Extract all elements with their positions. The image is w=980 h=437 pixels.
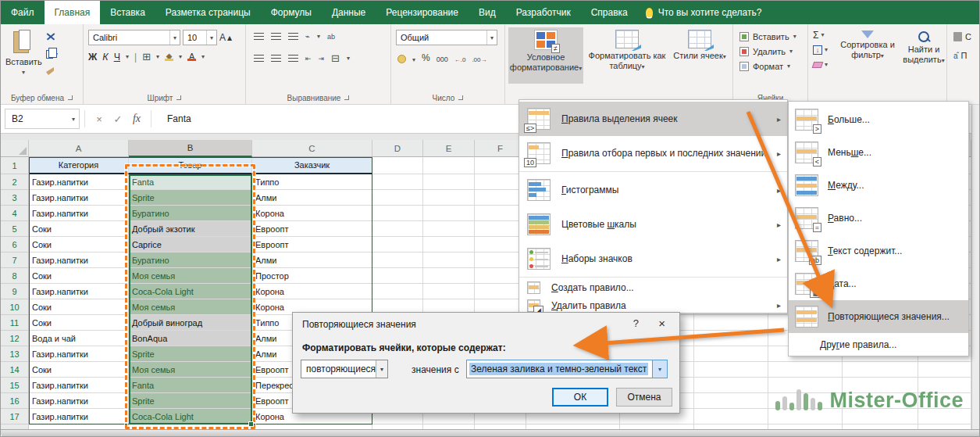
- cell-B16[interactable]: Sprite: [129, 393, 252, 409]
- format-painter-button[interactable]: [46, 65, 69, 77]
- accounting-format-icon[interactable]: [397, 55, 406, 63]
- cell[interactable]: [372, 253, 423, 268]
- dialog-launcher-icon[interactable]: [458, 95, 463, 100]
- row-header-9[interactable]: 9: [1, 284, 29, 299]
- autosum-button[interactable]: Σ▾: [813, 29, 828, 41]
- cell-A11[interactable]: Соки: [29, 315, 129, 331]
- cell[interactable]: [423, 237, 475, 253]
- cancel-entry-button[interactable]: ×: [90, 113, 109, 125]
- cell-A10[interactable]: Соки: [29, 299, 129, 315]
- cell-B7[interactable]: Буратино: [129, 253, 252, 268]
- cell-B14[interactable]: Моя семья: [129, 362, 252, 378]
- cell-C8[interactable]: Простор: [252, 268, 372, 284]
- cell[interactable]: [423, 206, 475, 221]
- cell-C7[interactable]: Алми: [252, 253, 372, 268]
- cell[interactable]: [694, 346, 768, 362]
- increase-indent-icon[interactable]: ⇥: [319, 55, 325, 63]
- menu-item[interactable]: Гистограммы▸: [519, 173, 787, 207]
- cell[interactable]: [372, 268, 423, 284]
- submenu-item[interactable]: Другие правила...: [789, 333, 968, 356]
- row-header-12[interactable]: 12: [1, 331, 29, 346]
- cell-B17[interactable]: Coca-Cola Light: [129, 409, 252, 424]
- tab-Справка[interactable]: Справка: [581, 1, 638, 24]
- cell-C5[interactable]: Евроопт: [252, 221, 372, 237]
- dialog-launcher-icon[interactable]: [176, 95, 181, 100]
- cell-A2[interactable]: Газир.напитки: [29, 174, 129, 190]
- tab-Формулы[interactable]: Формулы: [261, 1, 322, 24]
- menu-item[interactable]: Цветовые шкалы▸: [519, 207, 787, 242]
- submenu-item[interactable]: ▦Дата...: [789, 267, 968, 300]
- cell[interactable]: [694, 331, 768, 346]
- cell-A9[interactable]: Газир.напитки: [29, 284, 129, 299]
- format-as-table-button[interactable]: Форматировать как таблицу▾: [586, 27, 668, 84]
- row-header-5[interactable]: 5: [1, 221, 29, 237]
- cell-A14[interactable]: Соки: [29, 362, 129, 378]
- cell[interactable]: [694, 409, 768, 424]
- cell-A8[interactable]: Соки: [29, 268, 129, 284]
- tell-me[interactable]: Что вы хотите сделать?: [638, 1, 770, 24]
- decrease-decimal-button[interactable]: .00→: [472, 56, 486, 63]
- tab-Разработчик[interactable]: Разработчик: [506, 1, 581, 24]
- cell[interactable]: [372, 221, 423, 237]
- increase-decimal-button[interactable]: ←.0: [454, 56, 466, 63]
- row-header-14[interactable]: 14: [1, 362, 29, 378]
- column-header-A[interactable]: A: [29, 140, 129, 157]
- cell-A16[interactable]: Газир.напитки: [29, 393, 129, 409]
- row-header-2[interactable]: 2: [1, 174, 29, 190]
- row-header-3[interactable]: 3: [1, 190, 29, 206]
- row-header-13[interactable]: 13: [1, 346, 29, 362]
- cell-A3[interactable]: Газир.напитки: [29, 190, 129, 206]
- insert-function-button[interactable]: fx: [127, 113, 146, 125]
- font-color-button[interactable]: А: [187, 52, 196, 61]
- tab-Данные[interactable]: Данные: [322, 1, 376, 24]
- align-middle-icon[interactable]: [271, 33, 281, 40]
- cell[interactable]: [694, 362, 768, 378]
- cell-header-5[interactable]: [423, 157, 475, 174]
- cell-C4[interactable]: Корона: [252, 206, 372, 221]
- wrap-text-button[interactable]: ab: [327, 33, 335, 41]
- submenu-item[interactable]: =Равно...: [789, 202, 968, 235]
- cell[interactable]: [372, 284, 423, 299]
- underline-button[interactable]: Ч: [114, 52, 120, 63]
- row-header-10[interactable]: 10: [1, 299, 29, 315]
- fill-handle[interactable]: [248, 421, 254, 427]
- align-bottom-icon[interactable]: [288, 33, 298, 40]
- submenu-item[interactable]: Повторяющиеся значения...: [789, 300, 968, 333]
- cell-C3[interactable]: Алми: [252, 190, 372, 206]
- far-right-item-2[interactable]: а̂П: [953, 49, 980, 62]
- cell[interactable]: [843, 362, 918, 378]
- cell-C6[interactable]: Евроопт: [252, 237, 372, 253]
- clear-button[interactable]: ▾: [813, 59, 828, 70]
- align-right-icon[interactable]: [288, 55, 298, 62]
- column-header-B[interactable]: B: [129, 140, 252, 157]
- column-header-D[interactable]: D: [372, 140, 423, 157]
- cell-styles-button[interactable]: Стили ячеек▾: [671, 27, 729, 84]
- cell-A13[interactable]: Газир.напитки: [29, 346, 129, 362]
- row-header-4[interactable]: 4: [1, 206, 29, 221]
- dialog-launcher-icon[interactable]: [344, 95, 349, 100]
- select-all-corner[interactable]: [1, 140, 29, 157]
- row-header-7[interactable]: 7: [1, 253, 29, 268]
- ok-button[interactable]: ОК: [552, 388, 608, 407]
- font-name-combo[interactable]: Calibri▾: [88, 30, 180, 45]
- copy-button[interactable]: ▾: [46, 48, 69, 60]
- cell-B9[interactable]: Coca-Cola Light: [129, 284, 252, 299]
- row-header-11[interactable]: 11: [1, 315, 29, 331]
- conditional-formatting-button[interactable]: ≠ Условное форматирование▾: [508, 27, 583, 84]
- align-top-icon[interactable]: [254, 33, 264, 40]
- tab-Вставка[interactable]: Вставка: [100, 1, 155, 24]
- fill-button[interactable]: ↓▾: [813, 44, 828, 56]
- tab-Файл[interactable]: Файл: [1, 1, 45, 24]
- cell[interactable]: [694, 378, 768, 393]
- name-box[interactable]: B2▾: [5, 109, 80, 129]
- cell-A12[interactable]: Вода и чай: [29, 331, 129, 346]
- cut-button[interactable]: [46, 30, 69, 43]
- cell[interactable]: [768, 362, 843, 378]
- row-header-1[interactable]: 1: [1, 157, 29, 174]
- cell[interactable]: [423, 284, 475, 299]
- row-header-16[interactable]: 16: [1, 393, 29, 409]
- cell[interactable]: [372, 190, 423, 206]
- cell[interactable]: [423, 253, 475, 268]
- menu-item[interactable]: Наборы значков▸: [519, 242, 787, 276]
- align-center-icon[interactable]: [271, 55, 281, 62]
